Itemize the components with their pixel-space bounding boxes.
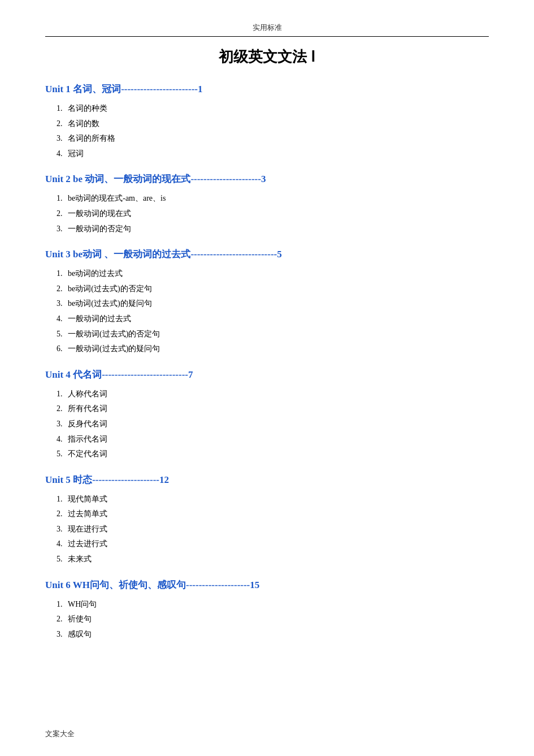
list-item: 4.过去进行式 xyxy=(57,537,489,552)
list-item: 3.一般动词的否定句 xyxy=(57,222,489,237)
item-text: 一般动词(过去式)的否定句 xyxy=(68,330,160,338)
list-item: 2.一般动词的现在式 xyxy=(57,206,489,222)
footer-text: 文案大全 xyxy=(45,729,75,738)
unit-dashes: --------------------- xyxy=(92,474,159,485)
list-item: 3.感叹句 xyxy=(57,627,489,642)
list-item: 2.过去简单式 xyxy=(57,507,489,522)
list-item: 4.冠词 xyxy=(57,146,489,162)
item-text: 现代简单式 xyxy=(68,495,107,503)
item-num: 1. xyxy=(57,492,68,507)
list-item: 1.be动词的过去式 xyxy=(57,266,489,282)
item-text: 祈使句 xyxy=(68,615,92,623)
unit-heading-text: Unit 5 时态---------------------12 xyxy=(45,474,169,485)
unit-page-num: 7 xyxy=(188,369,193,380)
item-text: 不定代名词 xyxy=(68,450,107,458)
item-num: 1. xyxy=(57,597,68,612)
unit-dashes: ------------------------ xyxy=(121,84,198,94)
unit-heading-4: Unit 4 代名词---------------------------7 xyxy=(45,368,489,381)
list-item: 5.未来式 xyxy=(57,552,489,567)
unit-dashes: ---------------------- xyxy=(190,174,261,184)
item-text: be动词(过去式)的疑问句 xyxy=(68,299,152,308)
list-item: 5.不定代名词 xyxy=(57,447,489,462)
item-num: 1. xyxy=(57,101,68,116)
item-text: 人称代名词 xyxy=(68,390,107,398)
unit-items-4: 1.人称代名词2.所有代名词3.反身代名词4.指示代名词5.不定代名词 xyxy=(57,387,489,462)
top-bar: 实用标准 xyxy=(45,23,489,37)
unit-heading-6: Unit 6 WH问句、祈使句、感叹句--------------------1… xyxy=(45,578,489,591)
item-num: 5. xyxy=(57,327,68,342)
list-item: 4.指示代名词 xyxy=(57,432,489,447)
unit-heading-text: Unit 2 be 动词、一般动词的现在式-------------------… xyxy=(45,174,266,184)
unit-dashes: --------------------------- xyxy=(102,369,188,380)
item-num: 5. xyxy=(57,552,68,567)
item-text: 指示代名词 xyxy=(68,435,107,443)
item-text: 冠词 xyxy=(68,149,84,158)
item-num: 1. xyxy=(57,266,68,282)
list-item: 3.现在进行式 xyxy=(57,522,489,537)
unit-dashes: -------------------- xyxy=(186,580,250,590)
unit-section-2: Unit 2 be 动词、一般动词的现在式-------------------… xyxy=(45,172,489,236)
item-text: 名词的种类 xyxy=(68,104,107,113)
unit-section-3: Unit 3 be动词 、一般动词的过去式-------------------… xyxy=(45,248,489,357)
item-text: 一般动词的否定句 xyxy=(68,224,131,233)
item-num: 2. xyxy=(57,401,68,417)
item-text: 名词的数 xyxy=(68,119,99,128)
unit-items-6: 1.WH问句2.祈使句3.感叹句 xyxy=(57,597,489,642)
item-num: 2. xyxy=(57,612,68,627)
item-num: 6. xyxy=(57,342,68,357)
list-item: 2.所有代名词 xyxy=(57,401,489,417)
unit-heading-text: Unit 3 be动词 、一般动词的过去式-------------------… xyxy=(45,249,282,260)
item-text: 感叹句 xyxy=(68,630,92,638)
item-text: 名词的所有格 xyxy=(68,134,115,142)
item-num: 5. xyxy=(57,447,68,462)
item-num: 2. xyxy=(57,116,68,132)
item-num: 3. xyxy=(57,522,68,537)
unit-page-num: 1 xyxy=(198,84,203,94)
unit-heading-text: Unit 1 名词、冠词------------------------1 xyxy=(45,84,203,94)
item-num: 4. xyxy=(57,146,68,162)
item-num: 4. xyxy=(57,432,68,447)
top-label: 实用标准 xyxy=(253,23,282,33)
item-num: 4. xyxy=(57,537,68,552)
list-item: 1.名词的种类 xyxy=(57,101,489,116)
item-text: 一般动词(过去式)的疑问句 xyxy=(68,344,160,353)
page: 实用标准 初级英文文法 Ⅰ Unit 1 名词、冠词--------------… xyxy=(0,0,534,756)
list-item: 3.反身代名词 xyxy=(57,417,489,432)
unit-items-1: 1.名词的种类2.名词的数3.名词的所有格4.冠词 xyxy=(57,101,489,161)
unit-heading-3: Unit 3 be动词 、一般动词的过去式-------------------… xyxy=(45,248,489,261)
list-item: 2.祈使句 xyxy=(57,612,489,627)
item-num: 3. xyxy=(57,222,68,237)
item-num: 2. xyxy=(57,206,68,222)
unit-page-num: 12 xyxy=(159,474,169,485)
item-text: 反身代名词 xyxy=(68,420,107,428)
unit-page-num: 15 xyxy=(250,580,259,590)
unit-page-num: 5 xyxy=(277,249,282,260)
unit-items-5: 1.现代简单式2.过去简单式3.现在进行式4.过去进行式5.未来式 xyxy=(57,492,489,567)
unit-heading-5: Unit 5 时态---------------------12 xyxy=(45,473,489,486)
units-container: Unit 1 名词、冠词------------------------11.名… xyxy=(45,83,489,642)
footer: 文案大全 xyxy=(45,729,75,739)
unit-page-num: 3 xyxy=(261,174,266,184)
unit-section-1: Unit 1 名词、冠词------------------------11.名… xyxy=(45,83,489,161)
item-text: 过去进行式 xyxy=(68,539,107,548)
unit-heading-1: Unit 1 名词、冠词------------------------1 xyxy=(45,83,489,96)
item-num: 2. xyxy=(57,507,68,522)
item-num: 3. xyxy=(57,417,68,432)
item-num: 3. xyxy=(57,296,68,312)
main-title: 初级英文文法 Ⅰ xyxy=(45,47,489,67)
item-text: 现在进行式 xyxy=(68,525,107,533)
item-text: 一般动词的过去式 xyxy=(68,314,131,323)
item-text: WH问句 xyxy=(68,600,97,608)
item-num: 3. xyxy=(57,627,68,642)
list-item: 3.名词的所有格 xyxy=(57,131,489,146)
item-num: 1. xyxy=(57,191,68,206)
unit-heading-text: Unit 6 WH问句、祈使句、感叹句--------------------1… xyxy=(45,580,259,590)
list-item: 5.一般动词(过去式)的否定句 xyxy=(57,327,489,342)
list-item: 6.一般动词(过去式)的疑问句 xyxy=(57,342,489,357)
unit-items-3: 1.be动词的过去式2.be动词(过去式)的否定句3.be动词(过去式)的疑问句… xyxy=(57,266,489,357)
item-text: 未来式 xyxy=(68,555,92,563)
item-num: 4. xyxy=(57,312,68,327)
unit-dashes: --------------------------- xyxy=(190,249,277,260)
item-text: be动词(过去式)的否定句 xyxy=(68,284,152,293)
list-item: 1.现代简单式 xyxy=(57,492,489,507)
